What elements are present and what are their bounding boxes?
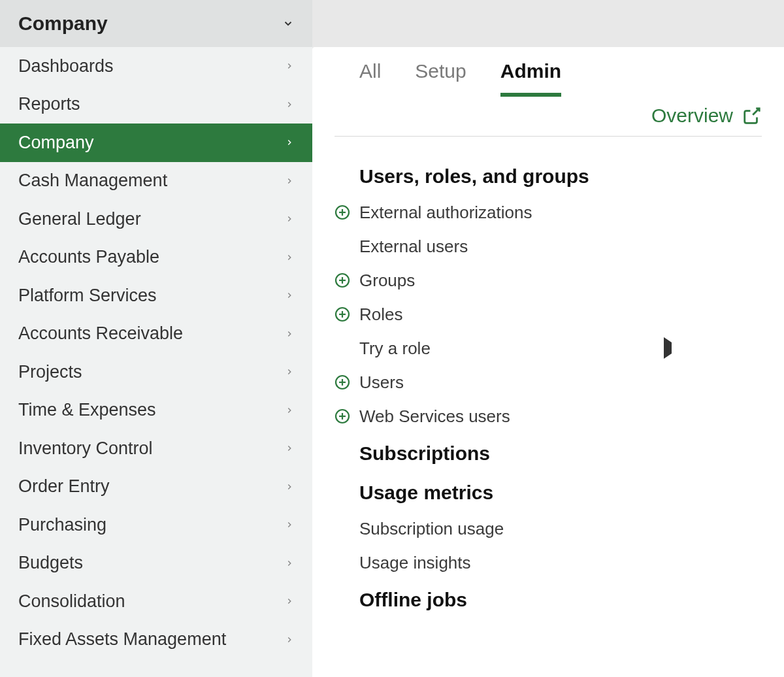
- icon-spacer: [335, 555, 350, 570]
- menu-item-label: External users: [359, 237, 468, 257]
- sidebar-item-fixed-assets-management[interactable]: Fixed Assets Management: [0, 621, 312, 659]
- sidebar-item-accounts-payable[interactable]: Accounts Payable: [0, 239, 312, 277]
- sidebar-item-label: Fixed Assets Management: [18, 629, 226, 650]
- menu-item-external-authorizations[interactable]: External authorizations: [335, 195, 762, 229]
- menu-item-groups[interactable]: Groups: [335, 263, 762, 297]
- chevron-right-icon: [285, 367, 294, 376]
- main-panel: AllSetupAdmin Overview Users, roles, and…: [312, 47, 784, 677]
- tab-all[interactable]: All: [359, 60, 381, 97]
- sidebar-item-dashboards[interactable]: Dashboards: [0, 47, 312, 86]
- overview-row: Overview: [312, 97, 784, 136]
- chevron-down-icon: [282, 18, 294, 29]
- tab-admin[interactable]: Admin: [500, 60, 561, 97]
- menu-item-try-a-role[interactable]: Try a role: [335, 331, 762, 365]
- sidebar-item-label: Dashboards: [18, 56, 114, 76]
- sidebar-item-order-entry[interactable]: Order Entry: [0, 468, 312, 506]
- sidebar-item-label: Purchasing: [18, 515, 106, 535]
- sidebar-item-label: Company: [18, 133, 94, 153]
- menu-item-label: Web Services users: [359, 406, 510, 427]
- plus-circle-icon[interactable]: [335, 374, 350, 390]
- chevron-right-icon: [285, 176, 294, 186]
- plus-circle-icon[interactable]: [335, 205, 350, 220]
- chevron-right-icon: [285, 559, 294, 568]
- sidebar-item-label: Inventory Control: [18, 438, 153, 459]
- submenu-arrow-icon: [664, 342, 672, 354]
- sidebar-item-inventory-control[interactable]: Inventory Control: [0, 429, 312, 468]
- sidebar-item-label: Accounts Receivable: [18, 323, 183, 344]
- sidebar-item-platform-services[interactable]: Platform Services: [0, 276, 312, 315]
- sidebar-item-time-expenses[interactable]: Time & Expenses: [0, 391, 312, 430]
- tab-setup[interactable]: Setup: [415, 60, 466, 97]
- menu-item-label: Groups: [359, 271, 415, 291]
- section-heading-users-roles-and-groups: Users, roles, and groups: [359, 165, 762, 188]
- menu-item-label: Subscription usage: [359, 519, 504, 539]
- chevron-right-icon: [285, 597, 294, 606]
- content: Users, roles, and groupsExternal authori…: [312, 156, 784, 619]
- menu-item-roles[interactable]: Roles: [335, 297, 762, 331]
- sidebar-item-projects[interactable]: Projects: [0, 353, 312, 391]
- plus-circle-icon[interactable]: [335, 306, 350, 322]
- chevron-right-icon: [285, 520, 294, 529]
- sidebar-item-budgets[interactable]: Budgets: [0, 544, 312, 583]
- sidebar-header-title: Company: [18, 12, 108, 35]
- menu-list: External authorizationsExternal usersGro…: [335, 195, 762, 433]
- tabs-row: AllSetupAdmin: [312, 52, 784, 97]
- sidebar-item-cash-management[interactable]: Cash Management: [0, 162, 312, 201]
- plus-circle-icon[interactable]: [335, 272, 350, 288]
- sidebar-item-reports[interactable]: Reports: [0, 86, 312, 124]
- chevron-right-icon: [285, 138, 294, 147]
- chevron-right-icon: [285, 253, 294, 262]
- sidebar-item-consolidation[interactable]: Consolidation: [0, 582, 312, 621]
- sidebar-item-label: Cash Management: [18, 171, 167, 191]
- menu-item-subscription-usage[interactable]: Subscription usage: [335, 512, 762, 546]
- sidebar-header[interactable]: Company: [0, 0, 312, 47]
- sidebar-item-label: Reports: [18, 94, 80, 114]
- menu-item-label: Try a role: [359, 338, 431, 359]
- icon-spacer: [335, 239, 350, 254]
- chevron-right-icon: [285, 444, 294, 453]
- menu-list: Subscription usageUsage insights: [335, 512, 762, 580]
- menu-item-label: Users: [359, 372, 404, 393]
- external-link-icon[interactable]: [742, 106, 762, 125]
- menu-item-label: Roles: [359, 305, 402, 325]
- menu-item-web-services-users[interactable]: Web Services users: [335, 399, 762, 433]
- section-heading-usage-metrics: Usage metrics: [359, 482, 762, 504]
- chevron-right-icon: [285, 61, 294, 71]
- sidebar-item-company[interactable]: Company: [0, 124, 312, 162]
- icon-spacer: [335, 521, 350, 537]
- section-heading-subscriptions: Subscriptions: [359, 442, 762, 465]
- top-bar-spacer: [312, 0, 784, 47]
- menu-item-label: Usage insights: [359, 553, 471, 573]
- sidebar-item-label: Budgets: [18, 553, 83, 573]
- menu-item-users[interactable]: Users: [335, 365, 762, 399]
- sidebar-item-label: Accounts Payable: [18, 247, 159, 267]
- overview-link[interactable]: Overview: [651, 105, 733, 127]
- sidebar-nav: DashboardsReportsCompanyCash ManagementG…: [0, 47, 312, 677]
- menu-item-external-users[interactable]: External users: [335, 229, 762, 263]
- chevron-right-icon: [285, 329, 294, 338]
- plus-circle-icon[interactable]: [335, 408, 350, 424]
- sidebar-item-label: Order Entry: [18, 476, 110, 497]
- section-heading-offline-jobs: Offline jobs: [359, 589, 762, 611]
- chevron-right-icon: [285, 635, 294, 644]
- sidebar-item-label: Consolidation: [18, 591, 125, 612]
- sidebar-item-label: Projects: [18, 362, 82, 382]
- chevron-right-icon: [285, 482, 294, 491]
- sidebar-item-general-ledger[interactable]: General Ledger: [0, 200, 312, 239]
- chevron-right-icon: [285, 100, 294, 109]
- sidebar-item-accounts-receivable[interactable]: Accounts Receivable: [0, 315, 312, 354]
- sidebar-item-label: Time & Expenses: [18, 400, 156, 420]
- sidebar: Company DashboardsReportsCompanyCash Man…: [0, 0, 312, 677]
- divider: [335, 136, 762, 137]
- menu-item-label: External authorizations: [359, 203, 532, 223]
- chevron-right-icon: [285, 214, 294, 223]
- sidebar-item-label: General Ledger: [18, 209, 141, 229]
- chevron-right-icon: [285, 291, 294, 300]
- sidebar-item-label: Platform Services: [18, 286, 157, 306]
- sidebar-item-purchasing[interactable]: Purchasing: [0, 506, 312, 544]
- chevron-right-icon: [285, 406, 294, 415]
- menu-item-usage-insights[interactable]: Usage insights: [335, 546, 762, 580]
- icon-spacer: [335, 340, 350, 356]
